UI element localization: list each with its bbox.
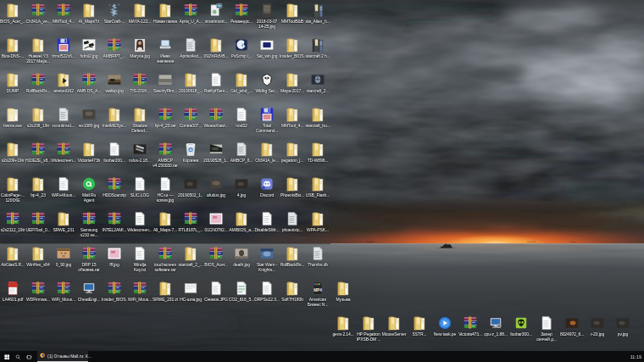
svg-text:MP4: MP4 <box>314 288 322 292</box>
